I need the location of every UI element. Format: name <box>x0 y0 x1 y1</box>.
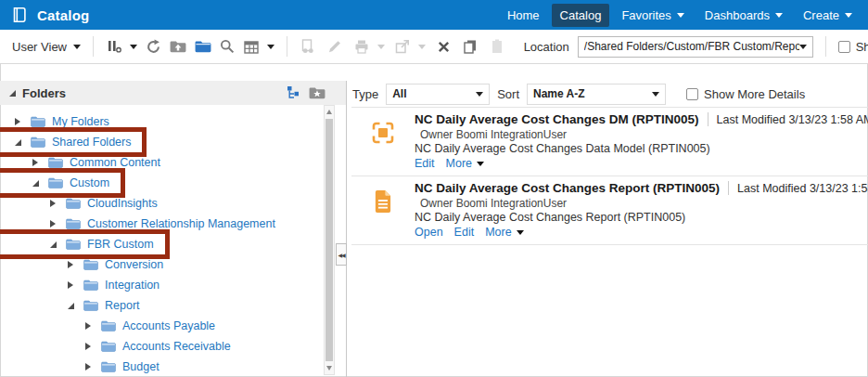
tree-item-budget: Budget <box>0 357 346 377</box>
user-view-dropdown[interactable]: User View <box>12 40 81 54</box>
tree-item-label[interactable]: Accounts Payable <box>122 319 215 332</box>
delete-icon[interactable] <box>435 38 453 56</box>
item-action-links: OpenEditMore <box>415 226 868 239</box>
panel-collapse-handle[interactable]: ◀◀ <box>336 243 347 266</box>
preview-icon <box>300 38 317 56</box>
expand-arrow-icon[interactable] <box>85 363 96 370</box>
folder-up-icon[interactable] <box>170 38 186 56</box>
caret-down-icon <box>677 13 684 18</box>
tree-scrollbar[interactable] <box>324 105 335 375</box>
scrollbar-thumb[interactable] <box>326 119 333 361</box>
action-label: More <box>485 226 511 239</box>
nav-item-home[interactable]: Home <box>499 4 548 27</box>
tree-item-label[interactable]: Shared Folders <box>52 136 131 149</box>
tree-item-label[interactable]: Customer Relationship Management <box>87 217 275 230</box>
favorites-folder-icon[interactable] <box>309 86 326 99</box>
tree-item-label[interactable]: CloudInsights <box>87 197 158 210</box>
caret-down-icon <box>418 45 426 49</box>
tree-item-custom: Custom <box>0 173 346 193</box>
nav-item-label: Create <box>803 8 839 22</box>
action-open-link[interactable]: Open <box>415 226 443 239</box>
tree-item-label[interactable]: My Folders <box>52 115 109 128</box>
export-icon <box>394 38 412 56</box>
folder-icon <box>83 280 98 291</box>
expand-arrow-icon[interactable] <box>85 322 96 330</box>
scrollbar-up-icon[interactable] <box>325 106 334 118</box>
caret-down-icon <box>267 45 274 49</box>
catalog-item-list: NC Daily Average Cost Changes DM (RPTIN0… <box>351 107 868 245</box>
expand-arrow-icon[interactable] <box>68 261 78 268</box>
caret-down-icon <box>73 45 81 49</box>
show-hidden-checkbox[interactable] <box>838 41 850 53</box>
item-title-row: NC Daily Average Cost Changes Report (RP… <box>415 181 868 195</box>
location-select[interactable]: /Shared Folders/Custom/FBR Custom/Report… <box>578 36 813 58</box>
list-view-icon <box>106 38 123 56</box>
tree-item-label[interactable]: Common Content <box>70 156 160 169</box>
collapse-arrow-icon[interactable] <box>50 241 60 248</box>
collapse-arrow-icon[interactable] <box>32 180 43 187</box>
nav-item-create[interactable]: Create <box>795 4 861 27</box>
tree-item-content: Accounts Receivable <box>0 336 231 357</box>
action-label: Open <box>415 226 443 239</box>
expand-arrow-icon[interactable] <box>68 281 78 289</box>
tree-item-content: CloudInsights <box>0 193 158 214</box>
paste-icon <box>489 38 506 56</box>
show-more-details-label: Show More Details <box>704 87 805 101</box>
caret-down-icon <box>799 45 807 49</box>
copy-folder-icon[interactable] <box>195 38 211 56</box>
type-select[interactable]: All <box>386 84 490 105</box>
tree-item-label[interactable]: Custom <box>70 176 109 189</box>
folder-icon <box>101 341 116 352</box>
folder-icon <box>48 157 63 168</box>
tree-item-fbr-custom: FBR Custom <box>0 234 346 254</box>
search-icon[interactable] <box>220 38 235 56</box>
tree-item-label[interactable]: Conversion <box>105 258 163 271</box>
caret-down-icon <box>476 92 483 97</box>
collapse-arrow-icon[interactable] <box>15 139 25 146</box>
expand-arrow-icon[interactable] <box>50 200 60 207</box>
expand-arrow-icon[interactable] <box>50 220 60 228</box>
item-owner: Owner Boomi IntegrationUser <box>420 197 868 210</box>
collapse-panel-arrow-icon[interactable] <box>9 90 16 97</box>
action-edit-link[interactable]: Edit <box>454 226 475 239</box>
tree-item-label[interactable]: Accounts Receivable <box>122 340 231 353</box>
expand-arrow-icon[interactable] <box>15 118 25 125</box>
tree-item-label[interactable]: Budget <box>122 360 160 373</box>
expand-arrow-icon[interactable] <box>85 343 96 350</box>
table-view-dropdown[interactable] <box>243 38 274 56</box>
catalog-item-nc-daily-average-cost-changes-dm-rptin005: NC Daily Average Cost Changes DM (RPTIN0… <box>351 108 868 176</box>
collapse-arrow-icon[interactable] <box>68 303 78 309</box>
nav-item-dashboards[interactable]: Dashboards <box>696 4 791 27</box>
tree-item-label[interactable]: FBR Custom <box>87 238 154 251</box>
top-navigation: HomeCatalogFavoritesDashboardsCreate <box>499 4 861 27</box>
item-owner: Owner Boomi IntegrationUser <box>420 128 868 141</box>
location-label: Location <box>524 40 569 54</box>
type-label: Type <box>352 87 378 101</box>
action-more-link[interactable]: More <box>446 157 484 170</box>
item-description: NC Daily Average Cost Changes Data Model… <box>415 142 868 155</box>
title-divider <box>708 112 708 126</box>
tree-view-icon[interactable] <box>287 85 300 100</box>
tree-item-accounts-receivable: Accounts Receivable <box>0 336 346 357</box>
show-hidden-label: Show Hidden <box>856 40 868 54</box>
tree-item-label[interactable]: Report <box>105 299 140 312</box>
folder-icon <box>101 320 116 332</box>
refresh-icon[interactable] <box>146 38 161 56</box>
catalog-item-body: NC Daily Average Cost Changes DM (RPTIN0… <box>415 112 868 170</box>
action-edit-link[interactable]: Edit <box>415 157 435 170</box>
nav-item-catalog[interactable]: Catalog <box>552 4 610 27</box>
show-more-details-checkbox[interactable] <box>686 88 698 100</box>
export-dropdown <box>394 38 426 56</box>
folder-icon <box>101 361 116 372</box>
expand-arrow-icon[interactable] <box>32 159 43 166</box>
action-more-link[interactable]: More <box>485 226 523 239</box>
toolbar-divider <box>93 36 94 57</box>
list-view-type-dropdown[interactable] <box>106 38 137 56</box>
tree-item-label[interactable]: Integration <box>105 279 160 292</box>
tree-item-integration: Integration <box>0 275 346 295</box>
copy-icon[interactable] <box>462 38 479 56</box>
scrollbar-down-icon[interactable] <box>325 362 334 374</box>
nav-item-favorites[interactable]: Favorites <box>613 4 692 27</box>
catalog-panel: Type All Sort Name A-Z Show More Details… <box>347 81 868 377</box>
sort-select[interactable]: Name A-Z <box>527 84 666 105</box>
